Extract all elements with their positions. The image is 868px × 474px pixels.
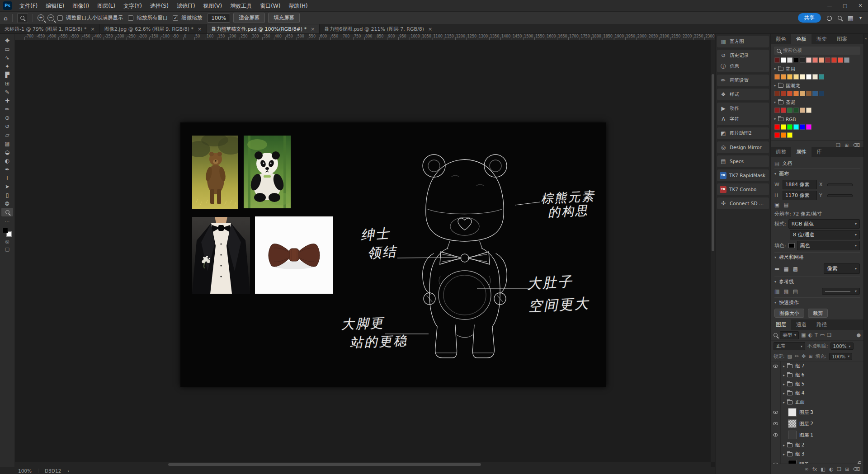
layers-tab-通道[interactable]: 通道 [791, 319, 811, 330]
lasso-tool[interactable]: ∿ [1, 53, 13, 62]
layers-tab-图层[interactable]: 图层 [771, 319, 791, 330]
clear-guides-icon[interactable]: ▤ [793, 288, 798, 295]
visibility-toggle[interactable] [771, 398, 781, 407]
new-swatch-group-icon[interactable]: ❏ [836, 142, 840, 147]
zoom-tool[interactable] [1, 208, 13, 216]
chevron-right-icon[interactable]: ▸ [781, 373, 787, 377]
quick-actions-section-header[interactable]: ▾ 快速操作 [774, 297, 860, 307]
fit-screen-button[interactable]: 适合屏幕 [233, 13, 265, 23]
close-icon[interactable]: × [90, 26, 94, 32]
color-swatch[interactable] [787, 124, 793, 130]
move-tool[interactable]: ✥ [1, 36, 13, 45]
color-swatch[interactable] [781, 108, 786, 113]
grid-icon[interactable]: ▦ [783, 266, 788, 272]
workspace-icon[interactable]: ▦ [848, 15, 854, 21]
color-swatch[interactable] [844, 57, 849, 63]
color-swatch[interactable] [787, 57, 793, 63]
gradient-tool[interactable]: ▨ [1, 139, 13, 148]
chevron-right-icon[interactable]: ▸ [781, 391, 787, 395]
canvas-x-field[interactable] [827, 183, 853, 186]
visibility-toggle[interactable] [771, 459, 781, 464]
menu-item-8[interactable]: 增效工具 [226, 0, 256, 12]
close-icon[interactable]: × [198, 26, 202, 32]
swatches-tab-色板[interactable]: 色板 [791, 34, 811, 44]
swatch-group-header[interactable]: ▾国潮龙 [774, 82, 860, 89]
layer-group-row[interactable]: ▸组 6 [771, 371, 863, 380]
layer-row[interactable]: 图层 2 [771, 418, 863, 429]
crop-button[interactable]: 裁剪 [808, 309, 828, 318]
menu-item-0[interactable]: 文件(F) [15, 0, 42, 12]
menu-item-3[interactable]: 图层(L) [93, 0, 119, 12]
swatch-group-header[interactable]: ▾常用 [774, 65, 860, 73]
canvas-height-field[interactable]: 1170 像素 [783, 191, 817, 200]
color-swatch[interactable] [787, 132, 793, 138]
panel-button-history[interactable]: ↺历史记录 [717, 50, 769, 61]
edit-toolbar-icon[interactable]: ⋯ [5, 218, 10, 224]
filter-adjustment-icon[interactable]: ◐ [808, 332, 812, 338]
color-swatch[interactable] [806, 108, 811, 113]
menu-item-10[interactable]: 帮助(H) [284, 0, 311, 12]
image-size-button[interactable]: 图像大小 [774, 309, 804, 318]
properties-tab-属性[interactable]: 属性 [791, 147, 811, 157]
opacity-select[interactable]: 100% ▾ [830, 343, 854, 350]
color-swatch[interactable] [781, 91, 786, 96]
adjustment-layer-icon[interactable]: ◐ [829, 466, 834, 472]
new-group-icon[interactable]: ❏ [837, 466, 841, 472]
guide-icon[interactable]: ▥ [774, 288, 779, 295]
color-swatch[interactable] [800, 108, 805, 113]
hand-tool[interactable]: ❂ [1, 199, 13, 208]
swatch-search-input[interactable]: 搜索色板 [774, 47, 860, 55]
lock-artboard-icon[interactable]: ⊞ [808, 353, 812, 359]
color-swatch[interactable] [806, 91, 811, 96]
zoom-value-field[interactable]: 100% [207, 14, 230, 23]
layer-group-row[interactable]: ▸正面 [771, 398, 863, 407]
ruler-unit-select[interactable]: 像素 ▾ [824, 263, 860, 274]
layer-filter-select[interactable]: 类型 ▾ [780, 331, 799, 339]
screen-mode-icon[interactable]: ▢ [5, 246, 9, 252]
status-zoom[interactable]: 100% [18, 468, 32, 474]
canvas-y-field[interactable] [827, 194, 853, 197]
layer-row[interactable]: 图层 1 [771, 429, 863, 441]
color-swatch[interactable] [831, 57, 837, 63]
blend-mode-select[interactable]: 正常 ▾ [774, 342, 805, 350]
visibility-toggle[interactable] [771, 441, 781, 450]
quick-mask-icon[interactable]: ◎ [5, 239, 9, 244]
zoom-tool-preset[interactable] [17, 13, 28, 23]
fill-color-swatch[interactable] [788, 243, 795, 248]
horizontal-scroll-thumb[interactable] [168, 463, 481, 466]
lock-paint-icon[interactable]: ✏ [795, 353, 799, 359]
menu-item-9[interactable]: 窗口(W) [256, 0, 284, 12]
panel-button-connect-sd[interactable]: ✣Connect SD or Comf... [717, 198, 769, 209]
panel-button-info[interactable]: ⓘ信息 [717, 61, 769, 72]
swatch-group-header[interactable]: ▾圣诞 [774, 99, 860, 106]
pen-tool[interactable]: ✒ [1, 165, 13, 174]
color-swatch[interactable] [774, 91, 780, 96]
layer-effects-icon[interactable]: fx [812, 466, 817, 472]
canvas-width-field[interactable]: 1884 像素 [783, 180, 817, 189]
panel-button-styles[interactable]: ❖样式 [717, 89, 769, 100]
home-icon[interactable]: ⌂ [4, 15, 8, 21]
lock-move-icon[interactable]: ✥ [802, 353, 806, 359]
color-swatch[interactable] [806, 74, 811, 80]
frame-tool[interactable]: ⊞ [1, 79, 13, 88]
chevron-right-icon[interactable]: ▸ [781, 364, 787, 368]
share-button[interactable]: 共享 [798, 13, 821, 23]
new-swatch-icon[interactable]: ⊞ [844, 142, 849, 147]
color-swatch[interactable] [838, 57, 843, 63]
dodge-tool[interactable]: ◐ [1, 156, 13, 165]
visibility-toggle[interactable] [771, 389, 781, 398]
ruler-grid-section-header[interactable]: ▾ 标尺和网格 [774, 252, 860, 262]
color-swatch[interactable] [781, 132, 786, 138]
color-swatch[interactable] [787, 108, 793, 113]
panel-button-design-mirror[interactable]: ◎Design Mirror [717, 142, 769, 153]
pasteboard[interactable]: 棕熊元素 的构思 绅士 领结 大肚子 空间更大 大脚更 [15, 40, 715, 467]
foreground-color[interactable] [3, 228, 8, 233]
layer-fill-select[interactable]: 100% ▾ [829, 353, 852, 360]
shape-tool[interactable]: ▯ [1, 191, 13, 199]
close-icon[interactable]: × [428, 26, 432, 32]
ruler-icon[interactable]: ▬ [774, 266, 779, 272]
visibility-toggle[interactable] [771, 407, 781, 418]
color-swatch[interactable] [793, 108, 799, 113]
panel-button-specs[interactable]: ▤Specs [717, 156, 769, 167]
filter-type-icon[interactable]: T [815, 332, 818, 338]
